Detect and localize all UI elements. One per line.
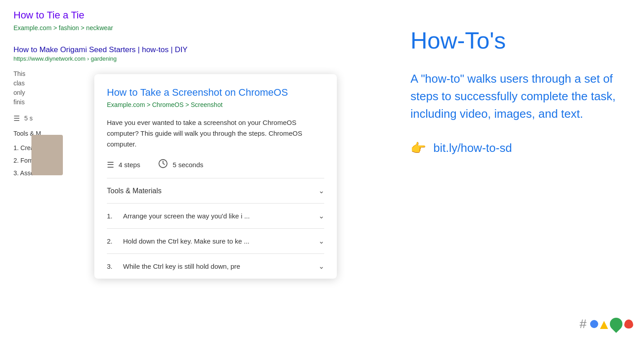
step-row-2[interactable]: 2. Hold down the Ctrl key. Make sure to …: [107, 229, 324, 254]
card-meta: ☰ 4 steps 5 seconds: [107, 159, 324, 178]
card-description: Have you ever wanted to take a screensho…: [107, 117, 324, 150]
google-logo-area: #: [579, 317, 633, 331]
step-row-3-text: 3. While the Ctrl key is still hold down…: [107, 262, 240, 270]
steps-list-icon: ☰: [107, 160, 114, 170]
google-green-shape: [607, 315, 625, 333]
steps-count-label: 5 s: [24, 115, 33, 122]
svg-line-2: [163, 164, 165, 164]
howtos-description: A "how-to" walks users through a set of …: [410, 70, 617, 123]
steps-meta-item: ☰ 4 steps: [107, 160, 140, 170]
hashtag-symbol: #: [579, 317, 587, 331]
step-2-chevron-down-icon: ⌄: [318, 237, 324, 245]
step-2-number: 2.: [107, 237, 117, 245]
step-1-content: Arrange your screen the way you'd like i…: [123, 212, 250, 220]
tools-materials-section: Tools & Materials ⌄: [107, 178, 324, 204]
tools-materials-title: Tools & Materials: [107, 187, 162, 195]
howtos-title: How-To's: [410, 27, 617, 54]
bg-result-url: https://www.diynetwork.com › gardening: [13, 55, 238, 62]
howtos-link-row: 👉 bit.ly/how-to-sd: [410, 141, 617, 155]
step-row-1[interactable]: 1. Arrange your screen the way you'd lik…: [107, 204, 324, 229]
card-title-link[interactable]: How to Take a Screenshot on ChromeOS: [107, 87, 324, 98]
howtos-link[interactable]: bit.ly/how-to-sd: [433, 141, 512, 155]
steps-list-icon: ☰: [13, 114, 20, 123]
right-info-panel: How-To's A "how-to" walks users through …: [384, 0, 644, 342]
step-3-number: 3.: [107, 262, 117, 270]
tools-materials-header[interactable]: Tools & Materials ⌄: [107, 178, 324, 203]
background-result: How to Make Origami Seed Starters | how-…: [13, 45, 238, 62]
steps-count: 4 steps: [119, 161, 140, 169]
time-meta-item: 5 seconds: [158, 159, 203, 171]
step-2-content: Hold down the Ctrl key. Make sure to ke …: [123, 237, 250, 245]
step-3-content: While the Ctrl key is still hold down, p…: [123, 262, 240, 270]
step-row-2-text: 2. Hold down the Ctrl key. Make sure to …: [107, 237, 250, 245]
step-3-chevron-down-icon: ⌄: [318, 262, 324, 271]
pointer-icon: 👉: [410, 141, 426, 155]
howto-card: How to Take a Screenshot on ChromeOS Exa…: [94, 74, 337, 279]
search-result-breadcrumb[interactable]: Example.com > fashion > neckwear: [13, 24, 113, 31]
google-red-shape: [624, 320, 633, 329]
clock-icon: [158, 159, 168, 171]
card-breadcrumb: Example.com > ChromeOS > Screenshot: [107, 101, 324, 108]
google-dots: [590, 318, 633, 330]
google-blue-dot: [590, 320, 598, 328]
tools-chevron-down-icon: ⌄: [318, 187, 324, 195]
google-yellow-triangle: [600, 321, 608, 329]
step-row-3[interactable]: 3. While the Ctrl key is still hold down…: [107, 254, 324, 279]
step-row-1-text: 1. Arrange your screen the way you'd lik…: [107, 212, 250, 220]
search-result-title[interactable]: How to Tie a Tie: [13, 9, 238, 22]
tie-thumbnail: [31, 135, 63, 175]
bg-result-title-link[interactable]: How to Make Origami Seed Starters | how-…: [13, 45, 238, 54]
step-1-number: 1.: [107, 212, 117, 220]
step-1-chevron-down-icon: ⌄: [318, 212, 324, 220]
time-label: 5 seconds: [172, 161, 203, 169]
